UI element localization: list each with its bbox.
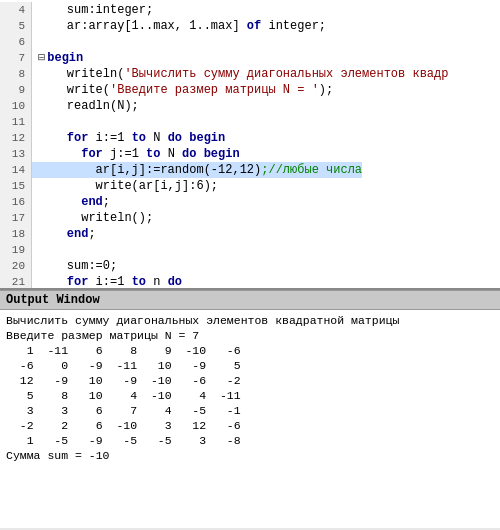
output-area: Output Window Вычислить сумму диагональн… [0, 290, 500, 530]
line-number: 8 [0, 66, 32, 82]
code-content: write(ar[i,j]:6); [32, 178, 218, 194]
code-line: 15 write(ar[i,j]:6); [0, 178, 500, 194]
output-line: 1 -11 6 8 9 -10 -6 [6, 343, 494, 358]
editor-area: 4 sum:integer;5 ar:array[1..max, 1..max]… [0, 0, 500, 290]
line-number: 20 [0, 258, 32, 274]
code-line: 5 ar:array[1..max, 1..max] of integer; [0, 18, 500, 34]
collapse-icon[interactable]: ⊟ [38, 51, 45, 65]
code-line: 13 for j:=1 to N do begin [0, 146, 500, 162]
code-content: writeln('Вычислить сумму диагональных эл… [32, 66, 448, 82]
line-number: 18 [0, 226, 32, 242]
output-line: Вычислить сумму диагональных элементов к… [6, 313, 494, 328]
output-header: Output Window [0, 290, 500, 310]
output-content: Вычислить сумму диагональных элементов к… [0, 310, 500, 528]
line-number: 13 [0, 146, 32, 162]
code-line: 11 [0, 114, 500, 130]
code-line: 9 write('Введите размер матрицы N = '); [0, 82, 500, 98]
code-content: for i:=1 to N do begin [32, 130, 225, 146]
code-content: write('Введите размер матрицы N = '); [32, 82, 333, 98]
code-content: ar[i,j]:=random(-12,12);//любые числа [32, 162, 362, 178]
output-line: 5 8 10 4 -10 4 -11 [6, 388, 494, 403]
code-line: 16 end; [0, 194, 500, 210]
line-number: 10 [0, 98, 32, 114]
line-number: 15 [0, 178, 32, 194]
line-number: 11 [0, 114, 32, 130]
code-line: 17 writeln(); [0, 210, 500, 226]
code-line: 21 for i:=1 to n do [0, 274, 500, 290]
output-line: Сумма sum = -10 [6, 448, 494, 463]
line-number: 12 [0, 130, 32, 146]
line-number: 17 [0, 210, 32, 226]
output-line: 3 3 6 7 4 -5 -1 [6, 403, 494, 418]
line-number: 7 [0, 50, 32, 66]
output-line: -2 2 6 -10 3 12 -6 [6, 418, 494, 433]
code-content: sum:integer; [32, 2, 153, 18]
output-line: -6 0 -9 -11 10 -9 5 [6, 358, 494, 373]
line-number: 19 [0, 242, 32, 258]
line-number: 16 [0, 194, 32, 210]
code-line: 7⊟begin [0, 50, 500, 66]
line-number: 21 [0, 274, 32, 290]
code-content: sum:=0; [32, 258, 117, 274]
code-line: 20 sum:=0; [0, 258, 500, 274]
code-line: 19 [0, 242, 500, 258]
output-line: Введите размер матрицы N = 7 [6, 328, 494, 343]
code-content: ar:array[1..max, 1..max] of integer; [32, 18, 326, 34]
code-line: 4 sum:integer; [0, 2, 500, 18]
output-line: 12 -9 10 -9 -10 -6 -2 [6, 373, 494, 388]
line-number: 9 [0, 82, 32, 98]
line-number: 4 [0, 2, 32, 18]
code-line: 14 ar[i,j]:=random(-12,12);//любые числа [0, 162, 500, 178]
code-line: 6 [0, 34, 500, 50]
line-number: 14 [0, 162, 32, 178]
line-number: 6 [0, 34, 32, 50]
code-content: for i:=1 to n do [32, 274, 182, 290]
code-content: readln(N); [32, 98, 139, 114]
code-content: writeln(); [32, 210, 153, 226]
code-content: for j:=1 to N do begin [32, 146, 240, 162]
code-line: 8 writeln('Вычислить сумму диагональных … [0, 66, 500, 82]
code-line: 10 readln(N); [0, 98, 500, 114]
output-line: 1 -5 -9 -5 -5 3 -8 [6, 433, 494, 448]
code-content: ⊟begin [32, 50, 83, 66]
code-content: end; [32, 194, 110, 210]
code-line: 18 end; [0, 226, 500, 242]
code-line: 12 for i:=1 to N do begin [0, 130, 500, 146]
line-number: 5 [0, 18, 32, 34]
code-content: end; [32, 226, 96, 242]
